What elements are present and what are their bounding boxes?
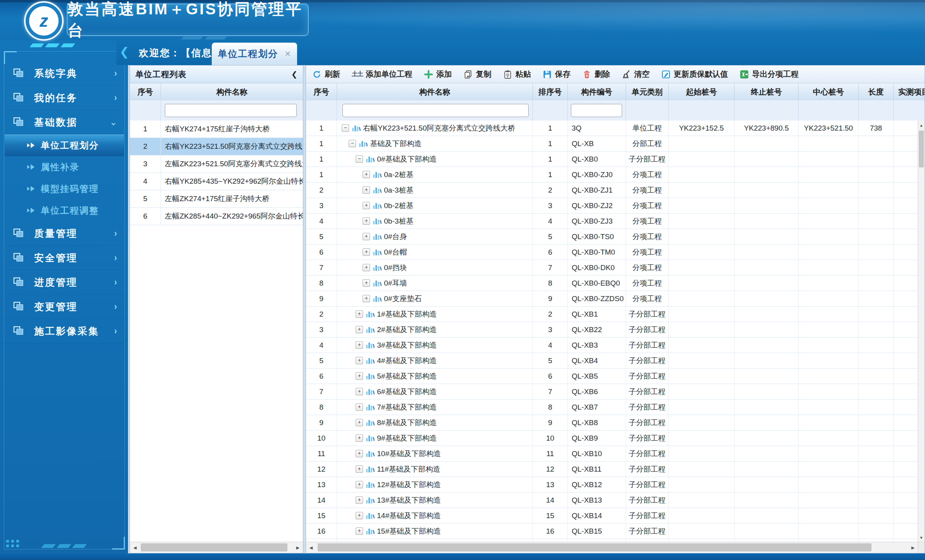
sidebar-item-unit-project-adjust[interactable]: 单位工程调整	[5, 200, 124, 221]
scroll-down-icon[interactable]: ▼	[918, 533, 925, 542]
tree-row[interactable]: 6+0#台帽6QL-XB0-TM0分项工程	[306, 245, 918, 260]
sidebar-item-model-code-management[interactable]: 模型挂码管理	[5, 178, 124, 200]
collapse-node-icon[interactable]: −	[356, 155, 363, 163]
add-button[interactable]: 添加	[424, 69, 452, 79]
expand-node-icon[interactable]: +	[356, 419, 363, 426]
clear-button[interactable]: 清空	[622, 69, 650, 79]
tree-row[interactable]: 1−0#基础及下部构造1QL-XB0子分部工程	[306, 152, 918, 167]
scroll-thumb[interactable]	[318, 543, 871, 551]
refresh-button[interactable]: 刷新	[312, 69, 340, 79]
list-row[interactable]: 6左幅ZK285+440~ZK292+965阿尔金山特长隧道	[130, 208, 303, 225]
tree-row[interactable]: 2+1#基础及下部构造2QL-XB1子分部工程	[306, 307, 918, 322]
list-row[interactable]: 2右幅YK223+521.50阿克塞分离式立交跨线大桥	[130, 138, 303, 155]
tab-unit-project-division[interactable]: 单位工程划分 ✕	[212, 43, 297, 65]
tree-row[interactable]: 11+10#基础及下部构造11QL-XB10子分部工程	[306, 446, 918, 462]
list-name-filter-input[interactable]	[165, 104, 297, 117]
add-unit-project-button[interactable]: 土土 添加单位工程	[352, 69, 412, 79]
expand-node-icon[interactable]: +	[363, 233, 370, 240]
sidebar-item-change-management[interactable]: 变更管理›	[5, 295, 124, 319]
sidebar-item-safety-management[interactable]: 安全管理›	[5, 246, 124, 270]
scroll-right-icon[interactable]: ▶	[908, 542, 918, 553]
expand-node-icon[interactable]: +	[356, 357, 363, 364]
scroll-right-icon[interactable]: ▶	[293, 542, 303, 553]
list-row[interactable]: 4右幅YK285+435~YK292+962阿尔金山特长隧道	[130, 173, 303, 190]
list-row[interactable]: 5左幅ZK274+175红崖子沟特大桥	[130, 190, 303, 208]
expand-node-icon[interactable]: +	[363, 186, 370, 194]
tree-row[interactable]: 8+7#基础及下部构造8QL-XB7子分部工程	[306, 400, 918, 415]
expand-node-icon[interactable]: +	[356, 341, 363, 349]
tree-row[interactable]: 4+0b-3桩基4QL-XB0-ZJ3分项工程	[306, 214, 918, 229]
expand-node-icon[interactable]: +	[356, 310, 363, 318]
copy-button[interactable]: 复制	[463, 69, 491, 79]
expand-node-icon[interactable]: +	[356, 388, 363, 395]
expand-node-icon[interactable]: +	[356, 512, 363, 519]
expand-node-icon[interactable]: +	[363, 279, 370, 287]
list-row[interactable]: 3左幅ZK223+521.50阿克塞分离式立交跨线大桥	[130, 155, 303, 173]
expand-node-icon[interactable]: +	[356, 450, 363, 457]
sidebar-item-unit-project-division[interactable]: 单位工程划分	[5, 134, 124, 156]
sidebar-item-progress-management[interactable]: 进度管理›	[5, 270, 124, 295]
tree-name-filter-input[interactable]	[342, 104, 529, 117]
sidebar-item-construction-image-collection[interactable]: 施工影像采集›	[5, 319, 124, 343]
collapse-panel-icon[interactable]: ❮	[291, 70, 297, 79]
tree-row[interactable]: 2+0a-3桩基2QL-XB0-ZJ1分项工程	[306, 183, 918, 198]
scroll-left-icon[interactable]: ◀	[130, 542, 140, 553]
collapse-node-icon[interactable]: −	[342, 124, 349, 132]
scroll-thumb[interactable]	[919, 131, 924, 167]
tabs-back-chevron-icon[interactable]: ❮	[119, 45, 129, 59]
save-button[interactable]: 保存	[543, 69, 571, 79]
tree-row[interactable]: 7+0#挡块7QL-XB0-DK0分项工程	[306, 260, 918, 276]
tree-row[interactable]: 7+6#基础及下部构造7QL-XB6子分部工程	[306, 384, 918, 400]
expand-node-icon[interactable]: +	[356, 372, 363, 380]
tree-row[interactable]: 1−右幅YK223+521.50阿克塞分离式立交跨线大桥13Q单位工程YK223…	[306, 121, 918, 136]
expand-node-icon[interactable]: +	[356, 403, 363, 411]
sidebar-item-base-data[interactable]: 基础数据⌄	[5, 110, 124, 134]
expand-node-icon[interactable]: +	[356, 527, 363, 535]
tree-row[interactable]: 1+0a-2桩基1QL-XB0-ZJ0分项工程	[306, 167, 918, 183]
scroll-thumb[interactable]	[141, 543, 287, 551]
tree-row[interactable]: 13+12#基础及下部构造13QL-XB12子分部工程	[306, 477, 918, 493]
tree-row[interactable]: 14+13#基础及下部构造14QL-XB13子分部工程	[306, 493, 918, 508]
tree-vertical-scrollbar[interactable]: ▲ ▼	[918, 121, 925, 542]
sidebar-item-quality-management[interactable]: 质量管理›	[5, 221, 124, 246]
tree-code-filter-input[interactable]	[571, 104, 622, 117]
expand-node-icon[interactable]: +	[356, 496, 363, 504]
list-horizontal-scrollbar[interactable]: ◀ ▶	[130, 542, 303, 553]
tree-row[interactable]: 3+0b-2桩基3QL-XB0-ZJ2分项工程	[306, 198, 918, 214]
delete-button[interactable]: 删除	[582, 69, 610, 79]
tree-row[interactable]: 5+0#台身5QL-XB0-TS0分项工程	[306, 229, 918, 245]
tree-row[interactable]: 8+0#耳墙8QL-XB0-EBQ0分项工程	[306, 276, 918, 291]
expand-node-icon[interactable]: +	[363, 295, 370, 302]
tree-row[interactable]: 15+14#基础及下部构造15QL-XB14子分部工程	[306, 508, 918, 524]
expand-node-icon[interactable]: +	[356, 481, 363, 488]
tab-close-icon[interactable]: ✕	[285, 49, 291, 59]
export-subitem-button[interactable]: 导出分项工程	[740, 69, 799, 79]
expand-node-icon[interactable]: +	[356, 326, 363, 333]
tree-row[interactable]: 10+9#基础及下部构造10QL-XB9子分部工程	[306, 431, 918, 446]
tree-row[interactable]: 12+11#基础及下部构造12QL-XB11子分部工程	[306, 462, 918, 477]
expand-node-icon[interactable]: +	[363, 202, 370, 209]
expand-node-icon[interactable]: +	[356, 434, 363, 442]
sidebar-item-my-tasks[interactable]: 我的任务›	[5, 86, 124, 110]
tree-row[interactable]: 5+4#基础及下部构造5QL-XB4子分部工程	[306, 353, 918, 369]
tree-horizontal-scrollbar[interactable]: ◀ ▶	[306, 542, 918, 553]
sidebar-item-attribute-supplement[interactable]: 属性补录	[5, 156, 124, 178]
update-qa-default-button[interactable]: 更新质保默认值	[661, 69, 728, 79]
tree-row[interactable]: 16+15#基础及下部构造16QL-XB15子分部工程	[306, 524, 918, 539]
scroll-left-icon[interactable]: ◀	[306, 542, 316, 553]
expand-node-icon[interactable]: +	[363, 248, 370, 256]
expand-node-icon[interactable]: +	[363, 217, 370, 225]
tree-row[interactable]: 1−基础及下部构造1QL-XB分部工程	[306, 136, 918, 152]
tree-row[interactable]: 3+2#基础及下部构造3QL-XB22子分部工程	[306, 322, 918, 338]
list-row[interactable]: 1右幅YK274+175红崖子沟特大桥	[130, 121, 303, 138]
tree-row[interactable]: 6+5#基础及下部构造6QL-XB5子分部工程	[306, 369, 918, 384]
paste-button[interactable]: 粘贴	[503, 69, 531, 79]
expand-node-icon[interactable]: +	[363, 264, 370, 271]
tree-row[interactable]: 9+0#支座垫石9QL-XB0-ZZDS0分项工程	[306, 291, 918, 307]
tree-row[interactable]: 4+3#基础及下部构造4QL-XB3子分部工程	[306, 338, 918, 353]
expand-node-icon[interactable]: +	[356, 465, 363, 473]
sidebar-item-system-dictionary[interactable]: 系统字典›	[5, 61, 124, 86]
scroll-up-icon[interactable]: ▲	[918, 121, 925, 130]
collapse-node-icon[interactable]: −	[349, 140, 356, 147]
tree-row[interactable]: 9+8#基础及下部构造9QL-XB8子分部工程	[306, 415, 918, 431]
